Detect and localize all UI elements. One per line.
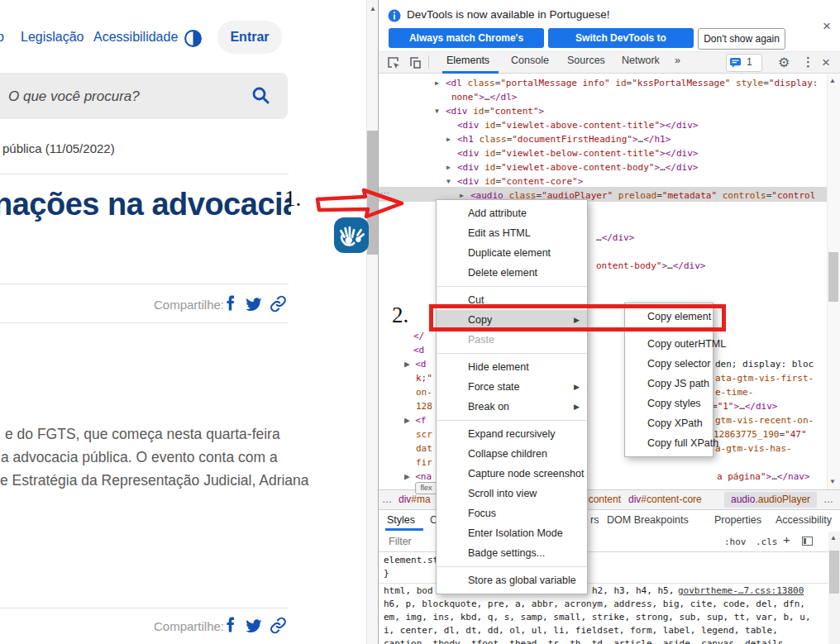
article-headline: nações na advocacia [0, 187, 291, 222]
menu-item-paste[interactable]: Paste [437, 330, 587, 350]
facebook-icon[interactable] [222, 616, 239, 637]
scroll-up-icon[interactable]: ▲ [830, 534, 837, 541]
css-selector-fragment[interactable]: html, bod [384, 585, 433, 596]
menu-item-copy-full-xpath[interactable]: Copy full XPath [625, 433, 713, 453]
menu-item-hide-element[interactable]: Hide element [437, 357, 587, 377]
menu-item-break-on[interactable]: Break on▶ [437, 397, 587, 417]
menu-item-collapse-children[interactable]: Collapse children [437, 444, 587, 464]
menu-item-expand-recursively[interactable]: Expand recursively [437, 424, 587, 444]
devtools-tab-console[interactable]: Console [511, 55, 549, 66]
tab-styles[interactable]: Styles [387, 514, 415, 526]
notification-close-icon[interactable]: × [823, 21, 831, 32]
tree-node[interactable]: ▼<div id="content"> [435, 104, 544, 118]
breadcrumb-item[interactable]: div#ma [399, 489, 431, 510]
twitter-icon[interactable] [245, 618, 262, 638]
menu-item-delete-element[interactable]: Delete element [437, 263, 587, 283]
menu-item-capture-node-screenshot[interactable]: Capture node screenshot [437, 464, 587, 484]
devtools-tab-elements[interactable]: Elements [446, 55, 489, 66]
device-toolbar-icon[interactable] [408, 55, 422, 73]
kebab-menu-icon[interactable]: ⋮ [802, 55, 814, 69]
sidebar-tab[interactable]: DOM Breakpoints [607, 514, 689, 526]
scroll-up-icon[interactable]: ▲ [370, 5, 376, 12]
messages-badge[interactable]: 1 [726, 54, 762, 72]
scroll-down-icon[interactable]: ▼ [829, 478, 836, 485]
devtools-tab-[interactable]: » [675, 55, 680, 66]
tree-node[interactable]: none">…</dl> [441, 90, 518, 104]
expand-arrow-icon[interactable]: ▶ [435, 76, 446, 90]
tree-node[interactable]: ▶<h1 class="documentFirstHeading">…</h1> [446, 132, 671, 146]
expand-arrow-icon[interactable]: ▼ [446, 174, 457, 188]
element-style-selector[interactable]: element.st [384, 555, 438, 565]
search-input[interactable] [7, 73, 233, 121]
settings-gear-icon[interactable]: ⚙ [778, 55, 790, 70]
tree-node-fragment: dat [416, 441, 432, 456]
menu-item-copy-outerhtml[interactable]: Copy outerHTML [625, 334, 713, 354]
breadcrumb-item[interactable]: div#content-core [628, 489, 702, 510]
inspect-element-icon[interactable] [386, 55, 400, 73]
menu-item-scroll-into-view[interactable]: Scroll into view [437, 484, 587, 503]
tree-node[interactable]: <div id="viewlet-below-content-title"></… [446, 146, 698, 160]
breadcrumb-item[interactable]: … [382, 489, 392, 510]
copy-link-icon[interactable] [270, 617, 287, 637]
cls-toggle[interactable]: .cls [756, 537, 778, 547]
sidebar-tab[interactable]: Accessibility [776, 514, 832, 526]
tree-scrollbar-thumb[interactable] [828, 252, 838, 302]
tree-node-fragment: ▶ <f [404, 413, 427, 427]
devtools-close-icon[interactable]: × [822, 57, 830, 69]
new-style-rule-icon[interactable]: + [783, 532, 790, 546]
copy-link-icon[interactable] [270, 295, 287, 316]
menu-item-copy-xpath[interactable]: Copy XPath [625, 413, 713, 433]
share-row-top: Compartilhe: [154, 298, 224, 312]
breadcrumb-item[interactable]: #content [583, 489, 621, 510]
twitter-icon[interactable] [245, 296, 262, 317]
css-selector-fragment[interactable]: h2, h3, h4, h5, [592, 585, 674, 596]
tree-node[interactable]: ▶<dl class="portalMessage info" id="kssP… [435, 76, 818, 90]
vlibras-button[interactable] [334, 217, 369, 253]
facebook-icon[interactable] [222, 294, 239, 315]
divider [0, 608, 289, 608]
styles-filter-input[interactable]: Filter [389, 536, 412, 547]
contrast-toggle-icon[interactable] [184, 29, 203, 51]
menu-item-force-state[interactable]: Force state▶ [437, 377, 587, 397]
breadcrumb-item[interactable]: … [823, 489, 833, 510]
sidebar-tab[interactable]: rs [590, 514, 599, 526]
menu-separator [437, 353, 586, 354]
tree-node[interactable]: <div id="viewlet-above-content-title"></… [446, 118, 698, 132]
sidebar-pane-toggle-icon[interactable] [802, 537, 813, 546]
notification-button[interactable]: Always match Chrome's language [389, 28, 544, 48]
tree-node-fragment: k;" [416, 371, 432, 385]
expand-arrow-icon[interactable]: ▶ [446, 160, 457, 174]
nav-link-legislacao[interactable]: Legislação [21, 30, 84, 45]
menu-item-copy-styles[interactable]: Copy styles [625, 394, 713, 413]
search-icon[interactable] [251, 86, 271, 109]
tree-node-fragment: fir [416, 456, 432, 470]
tree-node[interactable]: ▶<div id="viewlet-above-content-body">…<… [446, 160, 698, 174]
page-scrollbar[interactable] [366, 0, 379, 644]
menu-item-duplicate-element[interactable]: Duplicate element [437, 243, 587, 263]
nav-link-acessibilidade[interactable]: Acessibilidade [93, 30, 178, 45]
menu-item-edit-as-html[interactable]: Edit as HTML [437, 223, 587, 243]
sidebar-tab[interactable]: Properties [714, 514, 761, 526]
nav-link-cut[interactable]: o [0, 30, 4, 45]
notification-button[interactable]: Switch DevTools to Portuguese [548, 28, 694, 48]
expand-arrow-icon[interactable]: ▼ [435, 104, 446, 118]
menu-item-add-attribute[interactable]: Add attribute [437, 203, 587, 223]
devtools-tab-network[interactable]: Network [622, 55, 660, 66]
menu-item-focus[interactable]: Focus [437, 503, 587, 523]
menu-item-copy-js-path[interactable]: Copy JS path [625, 374, 713, 394]
scroll-up-icon[interactable]: ▲ [829, 77, 836, 84]
css-source-link[interactable]: govbrtheme-…7.css:13800 [678, 585, 804, 596]
devtools-tab-sources[interactable]: Sources [567, 55, 605, 66]
tree-node[interactable]: ▼<div id="content-core"> [446, 174, 583, 188]
menu-item-enter-isolation-mode[interactable]: Enter Isolation Mode [437, 523, 587, 543]
menu-item-badge-settings-[interactable]: Badge settings... [437, 543, 587, 563]
step-2-annotation: 2. [392, 303, 408, 328]
breadcrumb-item-selected[interactable]: audio.audioPlayer [731, 489, 810, 510]
styles-scrollbar-thumb[interactable] [829, 551, 839, 594]
hov-toggle[interactable]: :hov [724, 537, 747, 547]
login-button[interactable]: Entrar [217, 21, 282, 54]
notification-button[interactable]: Don't show again [698, 28, 785, 50]
menu-item-copy-selector[interactable]: Copy selector [625, 354, 713, 374]
menu-item-store-as-global-variable[interactable]: Store as global variable [437, 570, 587, 590]
expand-arrow-icon[interactable]: ▶ [446, 132, 457, 146]
